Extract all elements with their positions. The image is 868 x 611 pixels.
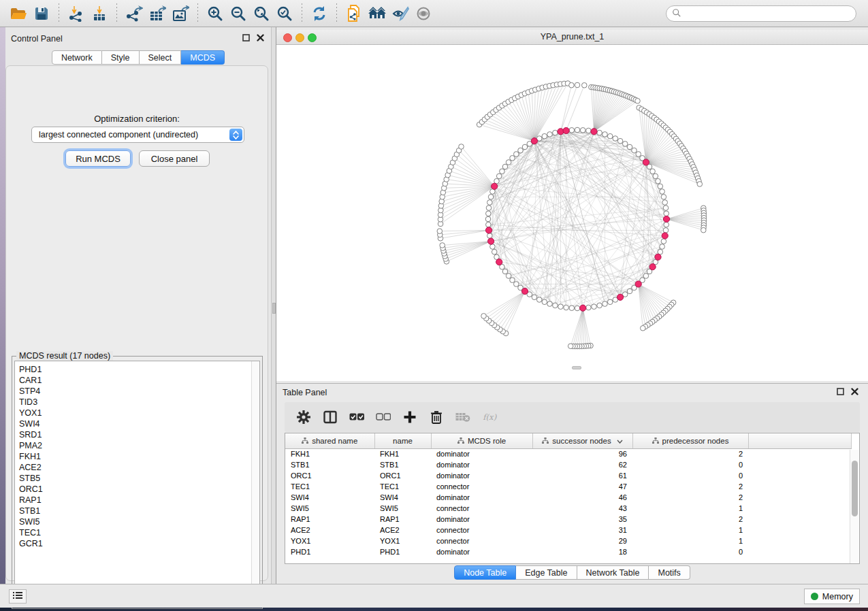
graph-node[interactable]	[440, 243, 445, 248]
graph-node[interactable]	[617, 138, 623, 144]
mcds-hub-node[interactable]	[563, 127, 569, 133]
delete-icon[interactable]	[429, 410, 444, 425]
cell-mcds_role[interactable]: dominator	[431, 470, 532, 481]
cell-mcds_role[interactable]: dominator	[431, 492, 532, 503]
graph-node[interactable]	[514, 152, 519, 157]
cell-successor_nodes[interactable]: 46	[532, 492, 632, 503]
graph-node[interactable]	[641, 326, 646, 331]
eye-icon[interactable]	[412, 3, 435, 24]
zoom-fit-icon[interactable]	[250, 3, 273, 24]
save-icon[interactable]	[30, 3, 53, 24]
cell-predecessor_nodes[interactable]: 1	[632, 503, 748, 514]
column-header-name[interactable]: name	[374, 433, 431, 448]
cell-successor_nodes[interactable]: 62	[532, 459, 632, 470]
columns-icon[interactable]	[323, 410, 338, 425]
mcds-result-item[interactable]: STB5	[19, 473, 259, 484]
graph-node[interactable]	[653, 174, 658, 179]
cell-predecessor_nodes[interactable]: 2	[632, 492, 748, 503]
graph-node[interactable]	[542, 133, 547, 139]
task-history-button[interactable]	[9, 589, 27, 604]
cell-predecessor_nodes[interactable]: 1	[632, 525, 748, 535]
cell-shared_name[interactable]: SWI5	[285, 503, 374, 514]
deselect-all-icon[interactable]	[376, 410, 391, 425]
graph-node[interactable]	[569, 128, 575, 133]
table-row[interactable]: FKH1FKH1dominator962	[285, 448, 851, 459]
graph-node[interactable]	[459, 144, 464, 150]
export-network-icon[interactable]	[123, 3, 146, 24]
mcds-hub-node[interactable]	[521, 288, 528, 294]
graph-node[interactable]	[701, 227, 707, 233]
mcds-hub-node[interactable]	[580, 305, 586, 311]
graph-node[interactable]	[558, 304, 564, 310]
graph-node[interactable]	[662, 200, 668, 205]
cell-predecessor_nodes[interactable]: 1	[632, 535, 748, 546]
graph-node[interactable]	[553, 303, 558, 308]
zoom-selected-icon[interactable]	[273, 3, 296, 24]
graph-node[interactable]	[547, 132, 553, 137]
mcds-result-item[interactable]: TID3	[19, 397, 259, 408]
graph-node[interactable]	[580, 128, 585, 133]
add-icon[interactable]	[402, 410, 417, 425]
select-all-icon[interactable]	[349, 410, 364, 425]
graph-node[interactable]	[664, 211, 669, 216]
graph-node[interactable]	[635, 99, 641, 104]
function-builder-icon[interactable]: f(x)	[482, 410, 497, 425]
export-table-icon[interactable]	[146, 3, 169, 24]
graph-node[interactable]	[486, 211, 492, 216]
cell-predecessor_nodes[interactable]: 2	[632, 481, 748, 492]
graph-node[interactable]	[488, 195, 494, 200]
cell-mcds_role[interactable]: connector	[431, 481, 532, 492]
cell-successor_nodes[interactable]: 35	[532, 514, 632, 525]
cell-name[interactable]: SWI5	[374, 503, 431, 514]
graph-node[interactable]	[607, 133, 613, 139]
graph-node[interactable]	[650, 169, 656, 174]
mcds-hub-node[interactable]	[635, 281, 641, 287]
mcds-result-item[interactable]: SRD1	[19, 429, 259, 440]
mcds-result-item[interactable]: STB1	[19, 506, 259, 516]
network-canvas[interactable]	[276, 45, 868, 381]
tab-mcds[interactable]: MCDS	[181, 50, 225, 65]
graph-node[interactable]	[664, 222, 669, 227]
graph-node[interactable]	[586, 128, 592, 133]
graph-node[interactable]	[597, 303, 602, 308]
cell-shared_name[interactable]: YOX1	[285, 535, 374, 546]
cell-shared_name[interactable]: FKH1	[285, 448, 374, 459]
graph-node[interactable]	[569, 306, 575, 311]
graph-node[interactable]	[564, 305, 569, 310]
cell-predecessor_nodes[interactable]: 0	[632, 546, 748, 557]
cell-shared_name[interactable]: ORC1	[285, 470, 374, 481]
table-row[interactable]: SWI4SWI4dominator462	[285, 492, 851, 503]
mcds-hub-node[interactable]	[655, 254, 661, 260]
mcds-result-item[interactable]: ORC1	[19, 484, 259, 495]
network-graph[interactable]	[276, 45, 868, 381]
graph-node[interactable]	[697, 182, 703, 187]
cell-name[interactable]: TEC1	[374, 481, 431, 492]
mcds-hub-node[interactable]	[643, 159, 649, 165]
mcds-result-item[interactable]: TEC1	[19, 527, 259, 538]
zoom-out-icon[interactable]	[227, 3, 250, 24]
cell-mcds_role[interactable]: connector	[431, 535, 532, 546]
network-window-titlebar[interactable]: YPA_prune.txt_1	[276, 30, 868, 45]
tab-network[interactable]: Network	[52, 50, 102, 65]
graph-node[interactable]	[569, 82, 575, 88]
graph-node[interactable]	[500, 169, 505, 174]
graph-node[interactable]	[575, 127, 580, 133]
mcds-result-item[interactable]: SWI4	[19, 418, 259, 429]
column-header-successor-nodes[interactable]: successor nodes	[532, 433, 632, 448]
import-network-icon[interactable]	[65, 3, 88, 24]
tab-edge-table[interactable]: Edge Table	[516, 565, 577, 580]
mcds-hub-node[interactable]	[617, 294, 624, 300]
graph-node[interactable]	[643, 274, 649, 279]
graph-node[interactable]	[536, 297, 542, 303]
cell-name[interactable]: ACE2	[374, 525, 431, 535]
graph-node[interactable]	[658, 184, 663, 189]
cell-mcds_role[interactable]: dominator	[431, 448, 532, 459]
graph-node[interactable]	[490, 244, 496, 250]
homes-icon[interactable]	[366, 3, 389, 24]
graph-node[interactable]	[542, 299, 547, 305]
cell-name[interactable]: YOX1	[374, 535, 431, 546]
column-header-shared-name[interactable]: shared name	[285, 433, 374, 448]
cell-shared_name[interactable]: STB1	[285, 459, 374, 470]
graph-node[interactable]	[602, 132, 608, 137]
graph-node[interactable]	[532, 295, 537, 300]
